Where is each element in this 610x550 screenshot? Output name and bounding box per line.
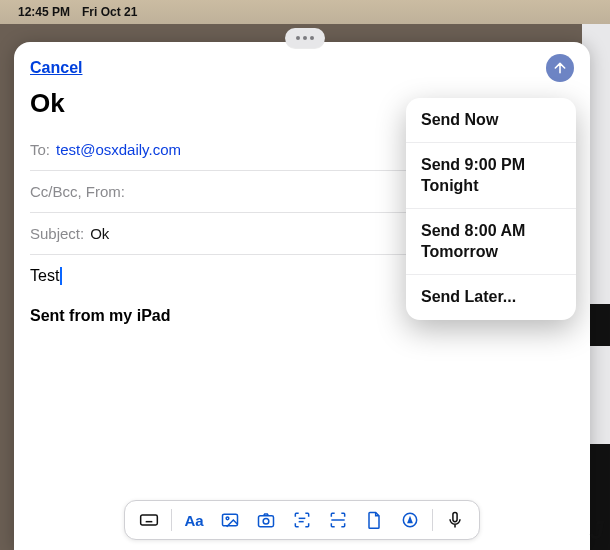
subject-label: Subject: (30, 225, 84, 242)
compose-sheet: Cancel Ok To: test@osxdaily.com Cc/Bcc, … (14, 42, 590, 550)
background-glyph: J (590, 515, 604, 546)
status-time: 12:45 PM (18, 5, 70, 19)
menu-item-send-now[interactable]: Send Now (406, 98, 576, 143)
menu-item-send-later[interactable]: Send Later... (406, 275, 576, 319)
svg-point-7 (226, 517, 229, 520)
send-button[interactable] (546, 54, 574, 82)
text-format-button[interactable]: Aa (178, 504, 210, 536)
markup-icon (400, 510, 420, 530)
format-aa-label: Aa (184, 512, 203, 529)
svg-point-9 (263, 518, 269, 524)
format-toolbar: Aa (124, 500, 480, 540)
toolbar-separator (432, 509, 433, 531)
scan-text-icon (292, 510, 312, 530)
camera-icon (256, 510, 276, 530)
dictation-button[interactable] (439, 504, 471, 536)
keyboard-icon (139, 510, 159, 530)
microphone-icon (445, 510, 465, 530)
photo-library-button[interactable] (214, 504, 246, 536)
keyboard-button[interactable] (133, 504, 165, 536)
body-text: Test (30, 267, 59, 285)
photo-icon (220, 510, 240, 530)
camera-button[interactable] (250, 504, 282, 536)
compose-topbar: Cancel (30, 54, 574, 82)
to-label: To: (30, 141, 50, 158)
arrow-up-icon (552, 60, 568, 76)
ccbcc-label: Cc/Bcc, From: (30, 183, 125, 200)
scan-doc-icon (328, 510, 348, 530)
menu-item-send-tonight[interactable]: Send 9:00 PM Tonight (406, 143, 576, 209)
status-bar: 12:45 PM Fri Oct 21 (0, 0, 610, 24)
cancel-button[interactable]: Cancel (30, 59, 82, 77)
svg-rect-14 (453, 513, 457, 522)
subject-value[interactable]: Ok (90, 225, 109, 242)
to-value[interactable]: test@osxdaily.com (56, 141, 181, 158)
svg-rect-8 (259, 516, 274, 527)
menu-item-send-tomorrow[interactable]: Send 8:00 AM Tomorrow (406, 209, 576, 275)
scan-text-button[interactable] (286, 504, 318, 536)
scan-document-button[interactable] (322, 504, 354, 536)
markup-button[interactable] (394, 504, 426, 536)
attach-file-button[interactable] (358, 504, 390, 536)
multitask-grabber[interactable] (285, 28, 325, 48)
document-icon (364, 510, 384, 530)
text-cursor (60, 267, 62, 285)
status-date: Fri Oct 21 (82, 5, 137, 19)
send-schedule-menu: Send Now Send 9:00 PM Tonight Send 8:00 … (406, 98, 576, 320)
toolbar-separator (171, 509, 172, 531)
svg-rect-0 (141, 515, 158, 525)
